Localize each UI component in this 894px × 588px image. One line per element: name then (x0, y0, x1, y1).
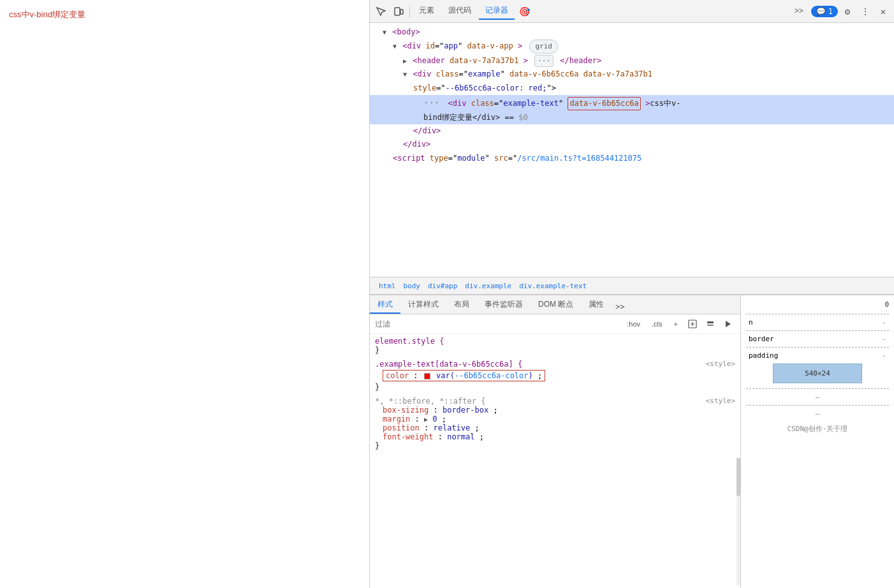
css-source-style2: <style> (706, 397, 735, 405)
tab-more[interactable]: >> (788, 4, 810, 19)
svg-rect-1 (400, 10, 403, 14)
play-icon[interactable] (721, 317, 735, 331)
scrollbar-track (736, 458, 740, 585)
grid-badge: grid (529, 40, 558, 54)
tab-recorder[interactable]: 记录器 (479, 3, 515, 20)
bm-dash-row: – (813, 392, 823, 402)
tab-elements[interactable]: 元素 (413, 3, 441, 20)
breadcrumb-divexample[interactable]: div.example (461, 281, 515, 291)
devtools-toolbar: 元素 源代码 记录器 🎯 >> 💬 1 ⚙ ⋮ ✕ (370, 0, 894, 23)
html-line-close-div[interactable]: </div> (370, 124, 894, 138)
page-title[interactable]: css中v-bind绑定变量 (9, 9, 85, 20)
csdn-label: CSDN@创作·关于理 (788, 424, 848, 434)
left-panel: css中v-bind绑定变量 (0, 0, 370, 588)
tab-properties[interactable]: 属性 (581, 297, 612, 314)
add-style-button[interactable]: + (670, 318, 682, 330)
css-rule-example-text: .example-text[data-v-6b65cc6a] { <style>… (375, 360, 735, 392)
toggle-display-icon[interactable] (703, 317, 717, 331)
recorder-icon[interactable]: 🎯 (516, 3, 532, 20)
tab-computed[interactable]: 计算样式 (400, 297, 446, 314)
html-line-style[interactable]: style="--6b65cc6a-color: red;"> (370, 82, 894, 95)
dotted-line-3 (746, 347, 889, 348)
tab-styles[interactable]: 样式 (370, 297, 400, 314)
styles-filter-bar: :hov .cls + (370, 314, 740, 334)
tab-more-styles[interactable]: >> (612, 300, 628, 314)
css-prop-color-highlighted: color : var(--6b65cc6a-color) ; (383, 370, 545, 381)
breadcrumb-divapp[interactable]: div#app (424, 281, 461, 291)
styles-panel: 样式 计算样式 布局 事件监听器 DOM 断点 属性 >> :hov .cls … (370, 295, 894, 588)
close-icon[interactable]: ✕ (875, 3, 891, 20)
toolbar-divider (409, 5, 410, 18)
breadcrumb-bar: html body div#app div.example div.exampl… (370, 277, 894, 295)
chat-badge[interactable]: 💬 1 (811, 6, 838, 17)
triangle-icon: ▶ (403, 57, 407, 64)
color-swatch-red[interactable] (424, 373, 430, 379)
device-icon[interactable] (390, 3, 407, 20)
styles-left: 样式 计算样式 布局 事件监听器 DOM 断点 属性 >> :hov .cls … (370, 295, 741, 588)
svg-rect-0 (395, 8, 400, 15)
breadcrumb-divexampletext[interactable]: div.example-text (515, 281, 590, 291)
new-style-icon[interactable] (685, 317, 700, 331)
dots-icon: ··· (423, 98, 439, 108)
styles-content[interactable]: element.style { } .example-text[data-v-6… (370, 334, 740, 585)
main-area: css中v-bind绑定变量 元素 源代码 (0, 0, 894, 588)
html-line-script[interactable]: <script type="module" src="/src/main.ts?… (370, 152, 894, 165)
filter-input[interactable] (375, 320, 619, 328)
border-row: border - (746, 334, 889, 344)
triangle-icon: ▼ (383, 29, 386, 36)
box-model-zero: 0 (746, 300, 889, 309)
tab-event-listeners[interactable]: 事件监听器 (477, 297, 531, 314)
padding-row: padding - (746, 350, 889, 361)
dotted-line-top (746, 314, 889, 314)
html-line-selected[interactable]: ··· <div class="example-text" data-v-6b6… (370, 95, 894, 111)
dotted-line-4 (746, 388, 889, 389)
css-rule-element-style: element.style { } (375, 337, 735, 355)
hov-button[interactable]: :hov (623, 318, 644, 330)
dotted-line-2 (746, 330, 889, 331)
devtools-panel: 元素 源代码 记录器 🎯 >> 💬 1 ⚙ ⋮ ✕ (370, 0, 894, 588)
html-line-close-div2[interactable]: </div> (370, 138, 894, 151)
inspect-icon[interactable] (372, 3, 389, 20)
bm-dash-row2: – (813, 408, 823, 419)
tab-layout[interactable]: 布局 (446, 297, 477, 314)
scrollbar-thumb[interactable] (736, 458, 740, 496)
attr-box: data-v-6b65cc6a (568, 97, 640, 110)
box-model-panel: 0 n - border - (741, 295, 894, 588)
triangle-icon: ▼ (403, 71, 407, 78)
elements-panel[interactable]: ▼ <body> ▼ <div id="app" data-v-app > gr… (370, 23, 894, 277)
ellipsis-badge: ··· (534, 55, 553, 68)
css-rule-universal: *, *::before, *::after { <style> box-siz… (375, 397, 735, 450)
css-source-style: <style> (706, 360, 735, 368)
html-line-body[interactable]: ▼ <body> (370, 26, 894, 39)
margin-row: n - (746, 317, 889, 328)
box-model-container: 0 n - border - (746, 300, 889, 434)
scrollbar-indicator (370, 585, 740, 588)
html-line-div-example[interactable]: ▼ <div class="example" data-v-6b65cc6a d… (370, 68, 894, 81)
html-line-selected-cont[interactable]: bind绑定变量</div> == $0 (370, 111, 894, 124)
html-line-header[interactable]: ▶ <header data-v-7a7a37b1 > ··· </header… (370, 54, 894, 68)
tab-dom-breakpoints[interactable]: DOM 断点 (531, 297, 581, 314)
triangle-icon: ▼ (393, 43, 397, 50)
more-icon[interactable]: ⋮ (857, 3, 874, 20)
settings-icon[interactable]: ⚙ (839, 3, 856, 20)
breadcrumb-body[interactable]: body (400, 281, 425, 291)
tab-source[interactable]: 源代码 (442, 3, 478, 20)
html-line-div-app[interactable]: ▼ <div id="app" data-v-app > grid (370, 39, 894, 54)
styles-tabs: 样式 计算样式 布局 事件监听器 DOM 断点 属性 >> (370, 295, 740, 314)
svg-rect-3 (707, 321, 714, 323)
cls-button[interactable]: .cls (648, 318, 666, 330)
dotted-line-5 (746, 405, 889, 406)
content-size-box: 540×24 (773, 364, 862, 383)
svg-rect-4 (707, 325, 714, 326)
breadcrumb-html[interactable]: html (375, 281, 400, 291)
